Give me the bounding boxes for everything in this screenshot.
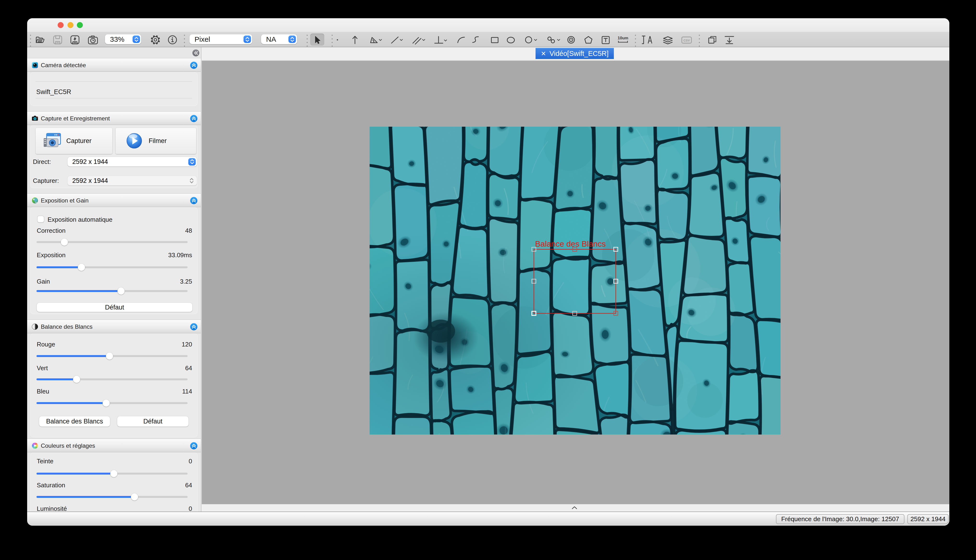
svg-text:10um: 10um	[618, 36, 628, 40]
svg-text:Balance des Blancs: Balance des Blancs	[535, 240, 606, 248]
svg-text:CSV: CSV	[684, 38, 690, 42]
